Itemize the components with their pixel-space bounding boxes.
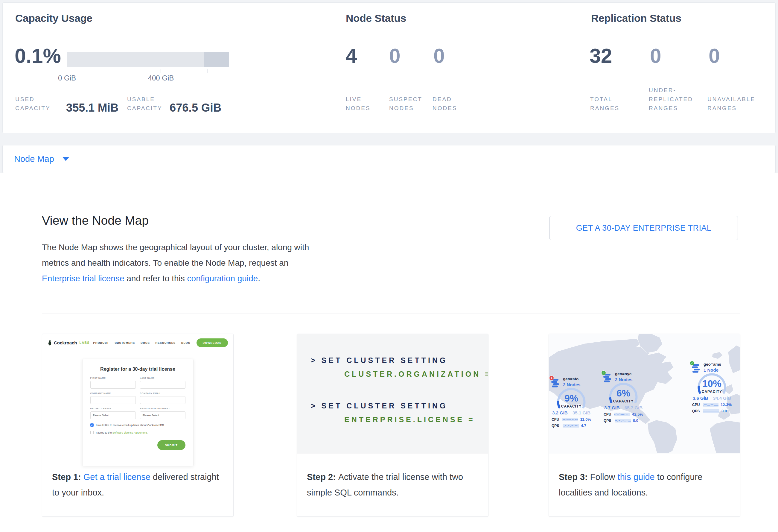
capacity-percent: 6% [607, 388, 640, 399]
unavailable-ranges-value: 0 [709, 45, 720, 67]
used-capacity-value: 355.1 MiB [66, 101, 119, 114]
capacity-label: CAPACITY [555, 404, 588, 408]
capacity-label: CAPACITY [695, 390, 728, 394]
usable-capacity-value: 676.5 GiB [170, 101, 221, 114]
capacity-percent: 10% [695, 378, 728, 389]
live-nodes-value: 4 [346, 45, 357, 67]
step1-card: CockroachLABS PRODUCT CUSTOMERS DOCS RES… [42, 333, 234, 517]
first-name-field [90, 381, 136, 389]
step-number: Step 2: [307, 472, 338, 482]
download-button: DOWNLOAD [197, 338, 228, 347]
mini-site-body: Register for a 30-day trial license FIRS… [42, 351, 233, 469]
sql-command: SET CLUSTER SETTING [322, 356, 448, 365]
company-email-field [140, 396, 185, 404]
qps-label: QPS [604, 419, 613, 423]
total-ranges-label: TOTAL RANGES [590, 95, 619, 113]
mini-site-header: CockroachLABS PRODUCT CUSTOMERS DOCS RES… [42, 334, 233, 351]
sql-prompt: > [311, 356, 317, 365]
live-nodes-label: LIVE NODES [346, 95, 371, 113]
intro-text: and refer to this [124, 274, 187, 283]
axis-tick [208, 69, 208, 73]
intro-text: The Node Map shows the geographical layo… [42, 243, 309, 268]
capacity-percent: 9% [555, 393, 588, 404]
unavailable-ranges-label: UNAVAILABLE RANGES [707, 95, 755, 113]
locality-name: geo=nyc [615, 372, 632, 376]
qps-sparkline [703, 409, 719, 413]
node-map-dropdown[interactable]: Node Map [14, 154, 69, 164]
page-title: View the Node Map [42, 214, 149, 228]
sql-prompt: > [311, 401, 317, 410]
healthy-check-badge: ✓ [690, 361, 695, 366]
sql-code-block: > SET CLUSTER SETTING CLUSTER.ORGANIZATI… [297, 334, 488, 454]
locality-node-count: 2 Nodes [563, 382, 580, 387]
project-phase-select: Please Select [90, 411, 136, 419]
replication-status-title: Replication Status [591, 12, 681, 24]
qps-value: 0.0 [721, 409, 727, 413]
locality-widget-ams: ✓ geo=ams 1 Node [692, 362, 732, 413]
locality-widget-sfo: 1 geo=sfo 2 Nodes [551, 377, 591, 428]
usable-capacity-label: USABLE CAPACITY [127, 95, 162, 113]
axis-tick [161, 69, 161, 73]
nav-docs: DOCS [141, 341, 150, 345]
form-title: Register for a 30-day trial license [90, 367, 185, 372]
warning-badge: 1 [549, 376, 554, 380]
nav-blog: BLOG [181, 341, 190, 345]
qps-sparkline [563, 424, 579, 428]
form-field: COMPANY EMAIL [140, 392, 185, 404]
checkbox-empty-icon [90, 431, 94, 434]
sql-setting-name: ENTERPRISE.LICENSE = [344, 415, 488, 424]
locality-node-count: 2 Nodes [615, 377, 632, 382]
under-replicated-ranges-label: UNDER- REPLICATED RANGES [649, 86, 693, 113]
sql-setting-name: CLUSTER.ORGANIZATION = [344, 370, 488, 379]
locality-name: geo=sfo [563, 377, 580, 381]
reason-for-interest-select: Please Select [140, 411, 185, 419]
enterprise-trial-license-link[interactable]: Enterprise trial license [42, 274, 124, 283]
qps-value: 0.0 [633, 418, 638, 423]
nav-customers: CUSTOMERS [114, 341, 135, 345]
checkbox-label: I agree to the Software License Agreemen… [96, 431, 148, 434]
cluster-summary-panel: Capacity Usage 0.1% 0 GiB 400 GiB USED C… [2, 2, 776, 133]
axis-label-400: 400 GiB [145, 74, 177, 82]
nav-resources: RESOURCES [156, 341, 175, 345]
step3-card: 1 geo=sfo 2 Nodes [549, 333, 740, 517]
database-icon [603, 374, 611, 383]
dead-nodes-label: DEAD NODES [433, 95, 457, 113]
step2-card: > SET CLUSTER SETTING CLUSTER.ORGANIZATI… [297, 333, 488, 517]
get-enterprise-trial-button[interactable]: GET A 30-DAY ENTERPRISE TRIAL [549, 216, 738, 240]
submit-button: SUBMIT [157, 440, 185, 450]
locality-widget-nyc: ✓ geo=nyc 2 Nodes [603, 372, 643, 423]
intro-text: . [258, 274, 260, 283]
brand-name: Cockroach [54, 340, 77, 345]
get-trial-license-link[interactable]: Get a trial license [83, 472, 150, 482]
chevron-down-icon [63, 157, 69, 161]
form-field: FIRST NAME [90, 377, 136, 389]
qps-sparkline [615, 419, 631, 423]
healthy-check-badge: ✓ [601, 370, 606, 375]
step2-caption: Step 2: Activate the trial license with … [307, 469, 480, 500]
sql-command: SET CLUSTER SETTING [322, 401, 448, 410]
capacity-percent: 0.1% [15, 45, 61, 67]
last-name-field [140, 381, 185, 389]
dead-nodes-value: 0 [434, 45, 445, 67]
database-icon [551, 379, 559, 388]
configuration-guide-link[interactable]: configuration guide [187, 274, 258, 283]
capacity-bar-reserved-segment [204, 52, 229, 67]
axis-tick [114, 69, 114, 73]
email-updates-checkbox-row: I would like to receive email updates ab… [90, 424, 185, 427]
qps-label: QPS [552, 424, 560, 428]
this-guide-link[interactable]: this guide [618, 472, 655, 482]
intro-paragraph: The Node Map shows the geographical layo… [42, 240, 322, 286]
axis-label-0: 0 GiB [51, 74, 83, 82]
checkbox-checked-icon [90, 424, 94, 427]
node-status-title: Node Status [346, 12, 406, 24]
qps-label: QPS [692, 409, 701, 413]
cockroach-labs-logo: CockroachLABS [48, 340, 89, 346]
used-capacity-label: USED CAPACITY [15, 95, 51, 113]
step3-caption: Step 3: Follow this guide to configure l… [559, 469, 732, 500]
node-map-dropdown-label: Node Map [14, 154, 54, 164]
step-number: Step 1: [52, 472, 83, 482]
brand-suffix: LABS [80, 341, 90, 345]
form-field: PROJECT PHASE Please Select [90, 407, 136, 419]
bug-icon [48, 340, 52, 346]
capacity-label: CAPACITY [607, 399, 640, 403]
